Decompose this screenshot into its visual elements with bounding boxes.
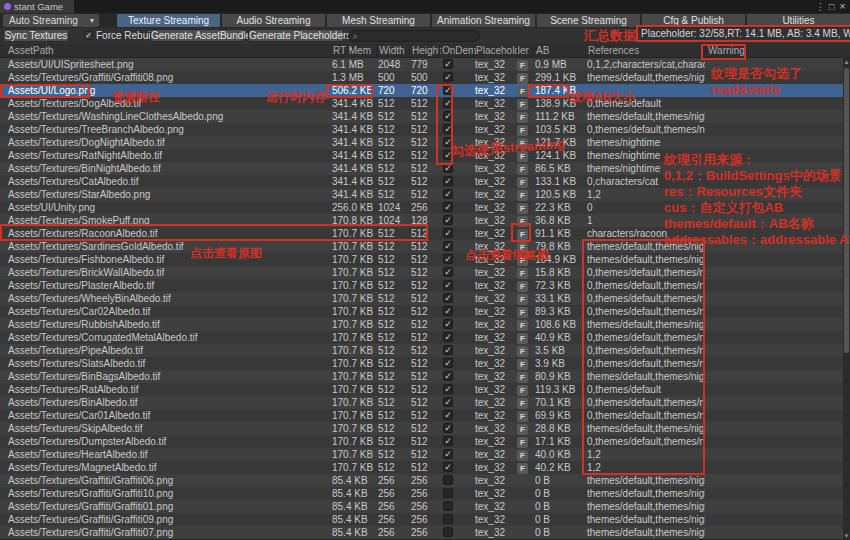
asset-path-cell[interactable]: Assets/UI/UISpritesheet.png bbox=[0, 58, 330, 71]
streaming-mode-dropdown[interactable]: Auto Streaming ▾ bbox=[3, 14, 99, 27]
table-row[interactable]: Assets/Textures/BrickWallAlbedo.tif170.7… bbox=[0, 266, 843, 279]
ondemand-checkbox[interactable]: ✓ bbox=[443, 215, 453, 225]
ab-file-icon[interactable]: F bbox=[517, 229, 528, 240]
ondemand-checkbox[interactable]: ✓ bbox=[443, 293, 453, 303]
ab-file-icon[interactable]: F bbox=[517, 60, 528, 71]
generate-assetbundles-button[interactable]: Generate AssetBundles bbox=[150, 29, 244, 42]
asset-path-cell[interactable]: Assets/Textures/MagnetAlbedo.tif bbox=[0, 461, 330, 474]
table-row[interactable]: Assets/Textures/PipeAlbedo.tif170.7 KB51… bbox=[0, 344, 843, 357]
table-row[interactable]: Assets/Textures/BinNightAlbedo.tif341.4 … bbox=[0, 162, 843, 175]
table-row[interactable]: Assets/Textures/BinBagsAlbedo.tif170.7 K… bbox=[0, 370, 843, 383]
ab-file-icon[interactable]: F bbox=[517, 463, 528, 474]
ondemand-checkbox[interactable]: ✓ bbox=[443, 358, 453, 368]
sync-textures-button[interactable]: Sync Textures bbox=[3, 29, 69, 42]
ondemand-checkbox[interactable]: ✓ bbox=[443, 345, 453, 355]
maximize-icon[interactable]: □ bbox=[826, 0, 837, 13]
table-row[interactable]: Assets/Textures/RubbishAlbedo.tif170.7 K… bbox=[0, 318, 843, 331]
asset-path-cell[interactable]: Assets/Textures/Graffiti/Graffiti10.png bbox=[0, 487, 330, 500]
column-ondem[interactable]: OnDem bbox=[439, 44, 473, 57]
window-menu-icon[interactable]: ⋮ bbox=[815, 0, 826, 13]
table-row[interactable]: Assets/UI/Unity.png256.0 KB1024256✓tex_3… bbox=[0, 201, 843, 214]
ab-file-icon[interactable]: F bbox=[517, 164, 528, 175]
ab-file-icon[interactable]: F bbox=[517, 112, 528, 123]
ab-file-icon[interactable]: F bbox=[517, 86, 528, 97]
asset-path-cell[interactable]: Assets/Textures/WheelyBinAlbedo.tif bbox=[0, 292, 330, 305]
asset-path-cell[interactable]: Assets/Textures/Graffiti/Graffiti09.png bbox=[0, 513, 330, 526]
column-width[interactable]: Width bbox=[376, 44, 409, 57]
ab-file-icon[interactable]: F bbox=[517, 307, 528, 318]
ab-file-icon[interactable]: F bbox=[517, 281, 528, 292]
table-row[interactable]: Assets/Textures/Graffiti/Graffiti01.png8… bbox=[0, 500, 843, 513]
ondemand-checkbox[interactable]: ✓ bbox=[443, 111, 453, 121]
table-row[interactable]: Assets/Textures/TreeBranchAlbedo.png341.… bbox=[0, 123, 843, 136]
ondemand-checkbox[interactable]: ✓ bbox=[443, 449, 453, 459]
ondemand-checkbox[interactable]: ✓ bbox=[443, 202, 453, 212]
ab-file-icon[interactable]: F bbox=[517, 242, 528, 253]
ab-file-icon[interactable]: F bbox=[517, 294, 528, 305]
table-row[interactable]: Assets/Textures/BinAlbedo.tif170.7 KB512… bbox=[0, 396, 843, 409]
asset-path-cell[interactable]: Assets/Textures/PipeAlbedo.tif bbox=[0, 344, 330, 357]
asset-path-cell[interactable]: Assets/Textures/Car01Albedo.tif bbox=[0, 409, 330, 422]
ab-file-icon[interactable]: F bbox=[517, 151, 528, 162]
table-row[interactable]: Assets/UI/UISpritesheet.png6.1 MB2048779… bbox=[0, 58, 843, 71]
ondemand-checkbox[interactable]: ✓ bbox=[443, 163, 453, 173]
ab-file-icon[interactable]: F bbox=[517, 398, 528, 409]
ondemand-checkbox[interactable]: ✓ bbox=[443, 332, 453, 342]
ab-file-icon[interactable]: F bbox=[517, 385, 528, 396]
ab-file-icon[interactable]: F bbox=[517, 411, 528, 422]
asset-path-cell[interactable]: Assets/Textures/Graffiti/Graffiti01.png bbox=[0, 500, 330, 513]
tab-animation-streaming[interactable]: Animation Streaming bbox=[432, 14, 535, 27]
column-warning[interactable]: Warning bbox=[705, 44, 850, 57]
table-row[interactable]: Assets/Textures/Graffiti/Graffiti06.png8… bbox=[0, 474, 843, 487]
vertical-scrollbar[interactable]: ▲ ▼ bbox=[843, 58, 850, 540]
column-rtmem[interactable]: ▴ RT Mem bbox=[330, 44, 376, 57]
asset-path-cell[interactable]: Assets/Textures/SkipAlbedo.tif bbox=[0, 422, 330, 435]
table-row[interactable]: Assets/Textures/Car02Albedo.tif170.7 KB5… bbox=[0, 305, 843, 318]
ab-file-icon[interactable]: F bbox=[517, 73, 528, 84]
ondemand-checkbox[interactable] bbox=[443, 514, 453, 524]
table-row[interactable]: Assets/Textures/FishboneAlbedo.tif170.7 … bbox=[0, 253, 843, 266]
tab-audio-streaming[interactable]: Audio Streaming bbox=[222, 14, 325, 27]
ab-file-icon[interactable]: F bbox=[517, 177, 528, 188]
table-row[interactable]: Assets/Textures/HeartAlbedo.tif170.7 KB5… bbox=[0, 448, 843, 461]
ondemand-checkbox[interactable]: ✓ bbox=[443, 423, 453, 433]
asset-path-cell[interactable]: Assets/Textures/RatNightAlbedo.tif bbox=[0, 149, 330, 162]
asset-path-cell[interactable]: Assets/Textures/RacoonAlbedo.tif bbox=[0, 227, 330, 240]
column-assetpath[interactable]: AssetPath bbox=[0, 44, 330, 57]
tab-texture-streaming[interactable]: Texture Streaming bbox=[117, 14, 220, 27]
ab-file-icon[interactable]: F bbox=[517, 138, 528, 149]
window-tab[interactable]: stant Game bbox=[0, 0, 74, 13]
table-row[interactable]: Assets/Textures/Graffiti/Graffiti07.png8… bbox=[0, 526, 843, 539]
ab-file-icon[interactable]: F bbox=[517, 255, 528, 266]
table-row[interactable]: Assets/Textures/Graffiti/Graffiti09.png8… bbox=[0, 513, 843, 526]
table-row[interactable]: Assets/Textures/StarAlbedo.png341.4 KB51… bbox=[0, 188, 843, 201]
ondemand-checkbox[interactable]: ✓ bbox=[443, 189, 453, 199]
ab-file-icon[interactable]: F bbox=[517, 99, 528, 110]
column-references[interactable]: References bbox=[585, 44, 705, 57]
table-row[interactable]: Assets/Textures/WheelyBinAlbedo.tif170.7… bbox=[0, 292, 843, 305]
ondemand-checkbox[interactable]: ✓ bbox=[443, 72, 453, 82]
ondemand-checkbox[interactable]: ✓ bbox=[443, 254, 453, 264]
asset-path-cell[interactable]: Assets/Textures/SlatsAlbedo.tif bbox=[0, 357, 330, 370]
table-row[interactable]: Assets/Textures/RatAlbedo.tif170.7 KB512… bbox=[0, 383, 843, 396]
asset-path-cell[interactable]: Assets/Textures/BinNightAlbedo.tif bbox=[0, 162, 330, 175]
ab-file-icon[interactable]: F bbox=[517, 372, 528, 383]
asset-path-cell[interactable]: Assets/Textures/SmokePuff.png bbox=[0, 214, 330, 227]
asset-path-cell[interactable]: Assets/Textures/StarAlbedo.png bbox=[0, 188, 330, 201]
ondemand-checkbox[interactable]: ✓ bbox=[443, 176, 453, 186]
ab-file-icon[interactable]: F bbox=[517, 333, 528, 344]
asset-path-cell[interactable]: Assets/Textures/RubbishAlbedo.tif bbox=[0, 318, 330, 331]
search-field[interactable]: ⌕ bbox=[348, 30, 480, 42]
table-row[interactable]: Assets/UI/Logo.png506.2 KB720720✓tex_32F… bbox=[0, 84, 843, 97]
column-placeholder[interactable]: Placeholder bbox=[473, 44, 517, 57]
ondemand-checkbox[interactable]: ✓ bbox=[443, 436, 453, 446]
ab-file-icon[interactable]: F bbox=[517, 359, 528, 370]
ab-file-icon[interactable]: F bbox=[517, 346, 528, 357]
table-row[interactable]: Assets/Textures/MagnetAlbedo.tif170.7 KB… bbox=[0, 461, 843, 474]
asset-path-cell[interactable]: Assets/UI/Logo.png bbox=[0, 84, 330, 97]
asset-path-cell[interactable]: Assets/Textures/DogAlbedo.tif bbox=[0, 97, 330, 110]
ondemand-checkbox[interactable]: ✓ bbox=[443, 397, 453, 407]
asset-path-cell[interactable]: Assets/Textures/Graffiti/Graffiti07.png bbox=[0, 526, 330, 539]
asset-path-cell[interactable]: Assets/Textures/TreeBranchAlbedo.png bbox=[0, 123, 330, 136]
search-input[interactable] bbox=[360, 31, 479, 42]
